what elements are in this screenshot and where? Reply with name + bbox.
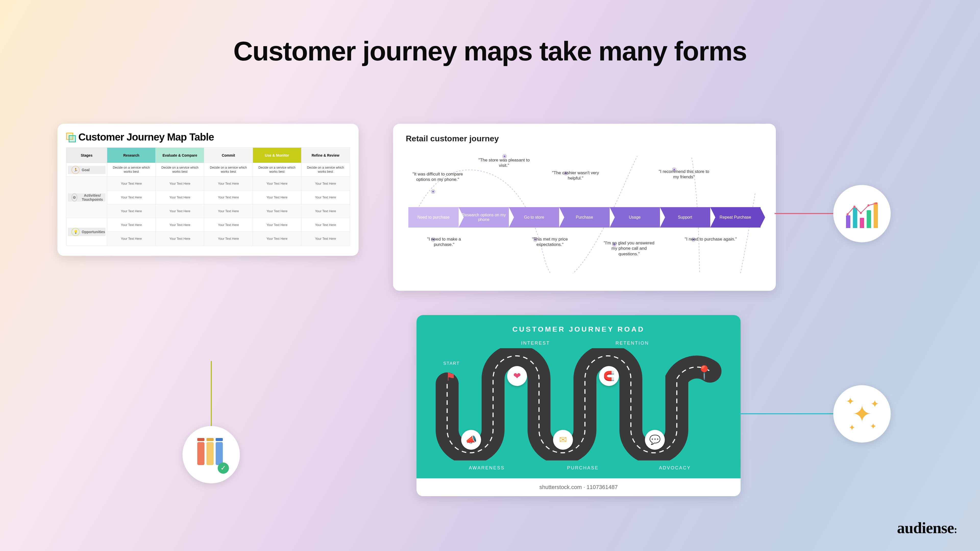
journey-step: Purchase [559, 207, 609, 227]
row-label-cell: 🏃Goal [66, 163, 107, 177]
table-cell: Your Text Here [156, 218, 204, 232]
table-cell: Your Text Here [107, 232, 156, 246]
quote: "It was difficult to compare options on … [411, 171, 465, 183]
magnet-icon: 🧲 [599, 366, 619, 386]
table-cell: Decide on a service which works best [204, 163, 253, 177]
table-cell: Your Text Here [253, 204, 301, 218]
envelope-icon: ✉ [553, 430, 573, 450]
quote: "I need to purchase again." [684, 237, 738, 242]
connector-line [211, 361, 212, 429]
table-cell: Your Text Here [301, 177, 350, 191]
pin-icon: 📍 [696, 365, 713, 380]
sparkles-badge: ✦ ✦ ✦ ✦ ✦ [833, 385, 891, 443]
sparkle-icon: ✦ [870, 398, 879, 410]
row-label-cell: ⚙Activities/ Touchpoints [66, 177, 107, 218]
table-header: Use & Monitor [253, 148, 301, 163]
card2-title: Retail customer journey [406, 134, 763, 143]
connector-line [740, 413, 834, 414]
journey-step: Support [660, 207, 710, 227]
quote: "I'm so glad you answered my phone call … [602, 240, 656, 257]
retail-journey-area: "It was difficult to compare options on … [406, 146, 763, 284]
heart-icon: ❤ [507, 366, 527, 386]
dot-icon [431, 190, 435, 193]
svg-point-4 [875, 202, 877, 204]
table-cell: Decide on a service which works best [156, 163, 204, 177]
stage-label: AWARENESS [469, 465, 505, 471]
table-header: Evaluate & Compare [156, 148, 204, 163]
gear-icon: ⚙ [72, 193, 77, 202]
quote: "The store was pleasant to visit." [477, 157, 531, 168]
quote: "I need to make a purchase." [417, 237, 471, 248]
table-cell: Your Text Here [204, 232, 253, 246]
card1-title: Customer Journey Map Table [78, 131, 214, 143]
journey-step: Research options on my phone [458, 207, 509, 227]
table-badge: ✓ [183, 426, 240, 483]
brand-text: audiense [897, 519, 954, 537]
card3-title: CUSTOMER JOURNEY ROAD [417, 315, 741, 333]
table-cell: Your Text Here [301, 204, 350, 218]
stage-label: ADVOCACY [659, 465, 691, 471]
chart-badge [833, 185, 891, 242]
svg-point-3 [867, 204, 870, 206]
chat-icon: 💬 [645, 430, 665, 450]
table-cell: Your Text Here [156, 232, 204, 246]
checkmark-icon: ✓ [218, 462, 229, 474]
table-cell: Your Text Here [204, 177, 253, 191]
table-cell: Your Text Here [204, 191, 253, 204]
lightbulb-icon: 💡 [72, 228, 80, 236]
journey-table-card: Customer Journey Map Table Stages Resear… [57, 124, 359, 256]
table-cell: Your Text Here [107, 191, 156, 204]
stage-label: INTEREST [521, 341, 550, 346]
table-cell: Your Text Here [156, 204, 204, 218]
table-cell: Your Text Here [204, 218, 253, 232]
table-cell: Decide on a service which works best [301, 163, 350, 177]
row-label: Activities/ Touchpoints [80, 193, 105, 202]
megaphone-icon: 📣 [461, 430, 481, 450]
running-icon: 🏃 [72, 166, 80, 174]
journey-step: Repeat Purchase [710, 207, 760, 227]
stage-label: RETENTION [616, 341, 649, 346]
card3-caption: shutterstock.com · 1107361487 [417, 478, 741, 496]
stage-label: PURCHASE [567, 465, 599, 471]
journey-step: Go to store [509, 207, 559, 227]
svg-point-1 [853, 206, 856, 208]
table-cell: Your Text Here [301, 232, 350, 246]
row-label-cell: 💡Opportunities [66, 218, 107, 246]
table-cell: Your Text Here [204, 204, 253, 218]
table-cell: Your Text Here [156, 177, 204, 191]
quote: "The cashier wasn't very helpful." [549, 170, 602, 181]
table-cell: Your Text Here [301, 218, 350, 232]
sparkline-icon [845, 200, 879, 221]
journey-step: Need to purchase [408, 207, 458, 227]
journey-arrow-bar: Need to purchase Research options on my … [408, 207, 760, 227]
flag-icon: ⚑ [445, 370, 455, 383]
overlap-squares-icon [66, 133, 75, 142]
journey-table: Stages Research Evaluate & Compare Commi… [66, 148, 350, 246]
table-cell: Decide on a service which works best [253, 163, 301, 177]
table-cell: Your Text Here [253, 232, 301, 246]
table-cell: Your Text Here [156, 191, 204, 204]
table-cell: Your Text Here [253, 218, 301, 232]
table-header: Stages [66, 148, 107, 163]
row-label: Opportunities [82, 230, 105, 234]
retail-journey-card: Retail customer journey "It was difficul… [393, 124, 776, 291]
journey-road-card: CUSTOMER JOURNEY ROAD START FINISH INTER… [417, 315, 741, 496]
connector-line [775, 213, 835, 214]
table-header: Research [107, 148, 156, 163]
sparkle-icon: ✦ [846, 395, 855, 407]
table-cell: Your Text Here [107, 177, 156, 191]
table-cell: Your Text Here [301, 191, 350, 204]
columns-icon: ✓ [197, 440, 225, 470]
page-title: Customer journey maps take many forms [0, 36, 980, 67]
card1-titlebar: Customer Journey Map Table [66, 131, 350, 143]
table-cell: Your Text Here [253, 191, 301, 204]
table-cell: Decide on a service which works best [107, 163, 156, 177]
quote: "This met my price expectations." [523, 237, 577, 248]
quote: "I recommend this store to my friends" [657, 169, 711, 180]
sparkle-icon: ✦ [849, 423, 856, 432]
svg-point-2 [860, 212, 862, 214]
journey-step: Usage [610, 207, 660, 227]
row-label: Goal [82, 168, 89, 172]
table-cell: Your Text Here [107, 218, 156, 232]
table-header: Commit [204, 148, 253, 163]
